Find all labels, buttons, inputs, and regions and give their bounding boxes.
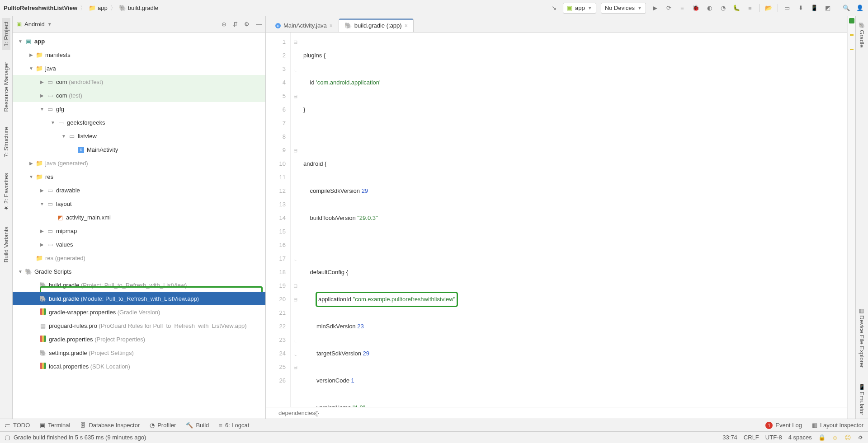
tool-logcat[interactable]: ≡6: Logcat bbox=[219, 422, 249, 429]
status-readonly-icon[interactable]: 🔒 bbox=[818, 434, 826, 441]
tree-node-drawable[interactable]: ▶▭drawable bbox=[13, 183, 265, 197]
stop-button[interactable]: ■ bbox=[745, 4, 755, 13]
tree-node-layout[interactable]: ▼▭layout bbox=[13, 197, 265, 210]
expand-all-button[interactable]: ⇵ bbox=[233, 21, 238, 28]
project-view-select[interactable]: ▣ Android ▼ bbox=[16, 21, 52, 28]
tree-node-mipmap[interactable]: ▶▭mipmap bbox=[13, 224, 265, 238]
attach-debugger-button[interactable]: 🐛 bbox=[732, 4, 741, 13]
tool-database[interactable]: 🗄Database Inspector bbox=[80, 422, 140, 429]
tree-node-settings-gradle[interactable]: 🐘settings.gradle (Project Settings) bbox=[13, 346, 265, 359]
device-manager-button[interactable]: 📱 bbox=[810, 4, 819, 13]
resource-button[interactable]: ◩ bbox=[823, 4, 832, 13]
settings-button[interactable]: ⚙ bbox=[244, 21, 250, 28]
apply-code-button[interactable]: ≡ bbox=[678, 4, 687, 13]
tree-node-res-gen[interactable]: 📁res (generated) bbox=[13, 251, 265, 265]
tree-node-values[interactable]: ▶▭values bbox=[13, 238, 265, 251]
tree-node-build-gradle-module[interactable]: 🐘build.gradle (Module: Pull_to_Refresh_w… bbox=[13, 292, 265, 305]
sync-gradle-button[interactable]: ↘ bbox=[549, 4, 558, 13]
status-bar: ▢ Gradle build finished in 5 s 635 ms (9… bbox=[0, 431, 868, 443]
tree-node-com-androidtest[interactable]: ▶▭com (androidTest) bbox=[13, 75, 265, 89]
tree-node-gradle-props[interactable]: gradle.properties (Project Properties) bbox=[13, 332, 265, 346]
warning-marker[interactable] bbox=[850, 49, 854, 50]
rail-tab-project[interactable]: 1: Project bbox=[2, 18, 10, 50]
tree-node-app[interactable]: ▼▣app bbox=[13, 34, 265, 48]
tool-todo[interactable]: ≔TODO bbox=[5, 422, 30, 429]
tree-node-listview[interactable]: ▼▭listview bbox=[13, 129, 265, 143]
tree-node-res[interactable]: ▼📁res bbox=[13, 170, 265, 183]
tree-node-java[interactable]: ▼📁java bbox=[13, 61, 265, 75]
rail-tab-emulator[interactable]: 📱 Emulator bbox=[858, 380, 866, 419]
avd-manager-button[interactable]: ▭ bbox=[783, 4, 792, 13]
run-button[interactable]: ▶ bbox=[651, 4, 660, 13]
tree-node-local-props[interactable]: local.properties (SDK Location) bbox=[13, 359, 265, 373]
tool-build[interactable]: 🔨Build bbox=[186, 422, 209, 429]
code-area[interactable]: 1234567891011121314151617181920212223242… bbox=[266, 33, 847, 407]
apply-changes-button[interactable]: ⟳ bbox=[664, 4, 673, 13]
status-eol[interactable]: CRLF bbox=[744, 434, 759, 441]
breadcrumb-file[interactable]: 🐘build.gradle bbox=[119, 5, 158, 11]
status-cursor-pos[interactable]: 33:74 bbox=[722, 434, 737, 441]
package-icon: ▭ bbox=[46, 106, 54, 112]
rail-tab-device-file-explorer[interactable]: ▥ Device File Explorer bbox=[858, 304, 866, 372]
tree-node-mainactivity[interactable]: cMainActivity bbox=[13, 143, 265, 156]
code-content[interactable]: plugins { id 'com.android.application' }… bbox=[300, 33, 847, 407]
rail-tab-build-variants[interactable]: Build Variants bbox=[2, 223, 10, 266]
tree-node-gradle-scripts[interactable]: ▼🐘Gradle Scripts bbox=[13, 265, 265, 278]
class-icon: c bbox=[77, 146, 85, 153]
rail-tab-gradle[interactable]: 🐘 Gradle bbox=[858, 18, 866, 51]
user-button[interactable]: 👤 bbox=[855, 4, 864, 13]
gradle-icon: 🐘 bbox=[119, 5, 126, 11]
tree-node-gradle-wrapper[interactable]: gradle-wrapper.properties (Gradle Versio… bbox=[13, 305, 265, 319]
fold-column[interactable]: ⊟⌞⊟⊟⌞⊟⊟⌞⌞⊟ bbox=[291, 33, 300, 407]
tree-node-activity-main[interactable]: ◩activity_main.xml bbox=[13, 210, 265, 224]
gradle-icon: 🐘 bbox=[39, 295, 47, 302]
git-button[interactable]: 📂 bbox=[764, 4, 773, 13]
tool-event-log[interactable]: 1Event Log bbox=[765, 422, 802, 429]
coverage-button[interactable]: ◐ bbox=[705, 4, 714, 13]
breadcrumb-module[interactable]: 📁app bbox=[89, 5, 108, 11]
tool-layout-inspector[interactable]: ▥Layout Inspector bbox=[812, 422, 863, 429]
project-tree[interactable]: ▼▣app ▶📁manifests ▼📁java ▶▭com (androidT… bbox=[13, 33, 265, 419]
tree-node-com-test[interactable]: ▶▭com (test) bbox=[13, 89, 265, 102]
tree-node-manifests[interactable]: ▶📁manifests bbox=[13, 48, 265, 61]
rail-tab-favorites[interactable]: ★ 2: Favorites bbox=[2, 169, 10, 215]
tree-node-proguard[interactable]: ▤proguard-rules.pro (ProGuard Rules for … bbox=[13, 319, 265, 332]
breadcrumb-project[interactable]: PulltoRefreshwithListView bbox=[4, 5, 77, 11]
folder-icon: ▭ bbox=[46, 241, 54, 248]
warning-marker[interactable] bbox=[850, 34, 854, 36]
tree-node-java-gen[interactable]: ▶📁java (generated) bbox=[13, 156, 265, 170]
status-windows-icon[interactable]: ▢ bbox=[5, 434, 10, 441]
tree-node-geeksforgeeks[interactable]: ▼▭geeksforgeeks bbox=[13, 116, 265, 129]
search-button[interactable]: 🔍 bbox=[842, 4, 851, 13]
tool-profiler[interactable]: ◔Profiler bbox=[150, 422, 176, 429]
tree-node-gfg[interactable]: ▼▭gfg bbox=[13, 102, 265, 116]
device-select[interactable]: No Devices ▼ bbox=[601, 3, 646, 14]
run-config-select[interactable]: ▣ app ▼ bbox=[563, 3, 596, 14]
error-badge: 1 bbox=[765, 422, 773, 429]
close-icon[interactable]: × bbox=[405, 23, 408, 29]
profile-button[interactable]: ◔ bbox=[718, 4, 727, 13]
rail-tab-structure[interactable]: 7: Structure bbox=[2, 123, 10, 161]
code-breadcrumb[interactable]: dependencies{} bbox=[266, 407, 847, 419]
properties-icon bbox=[39, 363, 47, 370]
rail-tab-resource-manager[interactable]: Resource Manager bbox=[2, 58, 10, 116]
status-indent[interactable]: 4 spaces bbox=[788, 434, 812, 441]
editor-inspection-stripe[interactable] bbox=[847, 16, 855, 419]
tool-terminal[interactable]: ▣Terminal bbox=[40, 422, 70, 429]
properties-icon bbox=[39, 336, 47, 343]
status-mem-happy-icon[interactable]: ☺ bbox=[832, 434, 838, 441]
hide-button[interactable]: — bbox=[256, 21, 262, 28]
select-opened-button[interactable]: ⊕ bbox=[222, 21, 226, 28]
folder-icon: 📁 bbox=[89, 5, 96, 11]
status-encoding[interactable]: UTF-8 bbox=[765, 434, 782, 441]
sdk-manager-button[interactable]: ⬇ bbox=[796, 4, 805, 13]
tree-node-build-gradle-project[interactable]: 🐘build.gradle (Project: Pull_to_Refresh_… bbox=[13, 278, 265, 292]
status-mem-sad-icon[interactable]: ☹ bbox=[844, 434, 851, 441]
editor-tabs: c MainActivity.java × 🐘 build.gradle (:a… bbox=[266, 16, 847, 33]
status-process-icon[interactable]: ⛭ bbox=[858, 434, 863, 441]
close-icon[interactable]: × bbox=[330, 23, 333, 29]
tab-build-gradle[interactable]: 🐘 build.gradle (:app) × bbox=[339, 19, 414, 32]
left-rail: 1: Project Resource Manager 7: Structure… bbox=[0, 16, 13, 419]
tab-mainactivity[interactable]: c MainActivity.java × bbox=[269, 19, 339, 32]
debug-button[interactable]: 🐞 bbox=[691, 4, 700, 13]
